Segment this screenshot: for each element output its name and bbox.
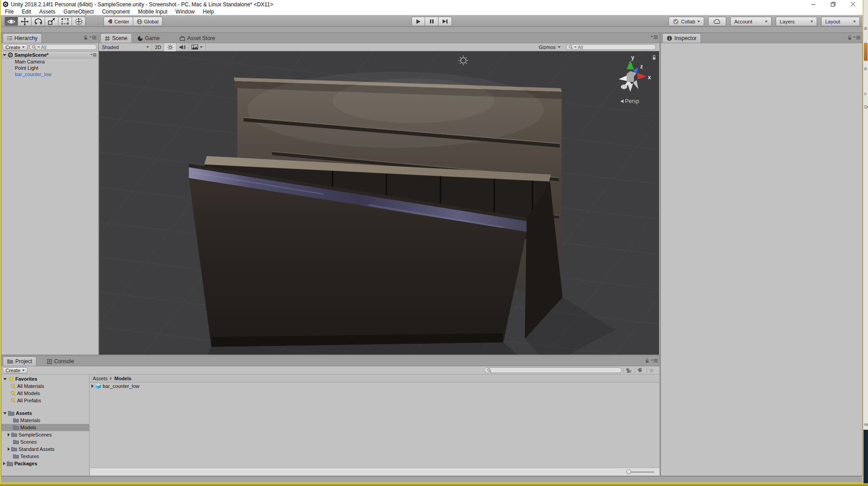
folder-samplescenes[interactable]: SampleScenes [1, 431, 89, 438]
rotation-lock-icon[interactable] [652, 55, 656, 60]
lighting-toggle-button[interactable] [164, 43, 176, 51]
hierarchy-create-button[interactable]: Create [3, 44, 27, 50]
minimize-button[interactable] [803, 0, 823, 9]
filter-star-button[interactable] [646, 368, 656, 373]
filter-type-button[interactable] [623, 368, 633, 373]
menu-component[interactable]: Component [98, 9, 134, 15]
disclosure-triangle-icon[interactable] [3, 462, 5, 465]
disclosure-triangle-icon[interactable] [3, 54, 6, 56]
packages-root[interactable]: Packages [1, 460, 89, 467]
view-tool-button[interactable] [5, 17, 18, 26]
effects-toggle-button[interactable] [189, 43, 206, 51]
rotate-tool-button[interactable] [32, 17, 45, 26]
hierarchy-item-main-camera[interactable]: Main Camera [1, 58, 98, 65]
2d-label: 2D [155, 45, 161, 50]
lock-icon[interactable] [645, 358, 649, 363]
point-light-gizmo[interactable] [458, 55, 468, 65]
panel-menu-icon[interactable] [651, 35, 658, 39]
2d-toggle-button[interactable]: 2D [152, 43, 164, 51]
hierarchy-search[interactable] [29, 44, 97, 50]
shading-mode-dropdown[interactable]: Shaded [99, 43, 152, 51]
scene-header-row[interactable]: SampleScene* [1, 52, 98, 58]
menu-window[interactable]: Window [172, 9, 199, 15]
collab-button[interactable]: Collab [669, 17, 704, 26]
menu-file[interactable]: File [1, 9, 18, 15]
slider-knob[interactable] [626, 469, 631, 474]
pivot-toggle-button[interactable]: Center [104, 17, 133, 26]
hierarchy-item-bar-counter-low[interactable]: bar_counter_low [1, 71, 98, 77]
close-button[interactable] [843, 0, 863, 9]
project-search-input[interactable] [493, 368, 619, 373]
favorites-all-prefabs[interactable]: All Prefabs [1, 397, 89, 404]
tab-hierarchy[interactable]: Hierarchy [3, 33, 42, 43]
tab-project[interactable]: Project [3, 356, 36, 366]
favorites-all-models[interactable]: All Models [1, 390, 89, 397]
restore-button[interactable] [823, 0, 843, 9]
favorites-header[interactable]: Favorites [1, 375, 89, 382]
folder-materials[interactable]: Materials [1, 417, 89, 424]
assets-root[interactable]: Assets [1, 410, 89, 417]
scene-search-input[interactable] [578, 45, 653, 50]
space-toggle-button[interactable]: Global [133, 17, 163, 26]
transform-tool-button[interactable] [72, 17, 86, 26]
disclosure-triangle-icon[interactable] [91, 384, 94, 388]
hierarchy-search-input[interactable] [41, 45, 94, 50]
breadcrumb-models[interactable]: Models [114, 376, 131, 381]
axis-gizmo[interactable]: y z x [613, 54, 652, 97]
menu-gameobject[interactable]: GameObject [59, 9, 98, 15]
lock-icon[interactable] [84, 35, 88, 40]
model-cube-icon [95, 383, 101, 389]
move-tool-button[interactable] [18, 17, 32, 26]
disclosure-triangle-icon[interactable] [8, 447, 10, 451]
folder-scenes[interactable]: Scenes [1, 438, 89, 446]
menu-help[interactable]: Help [199, 9, 218, 15]
panel-menu-icon[interactable] [651, 359, 658, 363]
breadcrumb-assets[interactable]: Assets [93, 376, 108, 381]
hierarchy-item-point-light[interactable]: Point Light [1, 65, 98, 71]
axis-x-label[interactable]: x [648, 74, 651, 81]
rect-tool-button[interactable] [59, 17, 72, 26]
scale-tool-button[interactable] [45, 17, 59, 26]
scene-search[interactable] [566, 44, 656, 50]
disclosure-triangle-icon[interactable] [8, 433, 10, 436]
cloud-button[interactable] [708, 17, 726, 26]
gizmos-dropdown[interactable]: Gizmos [537, 45, 562, 50]
caret-down-icon [574, 46, 577, 48]
disclosure-triangle-icon[interactable] [3, 378, 7, 380]
axis-z-label[interactable]: z [640, 63, 643, 70]
asset-item-bar-counter-low[interactable]: bar_counter_low [90, 382, 660, 389]
menu-mobile-input[interactable]: Mobile Input [134, 9, 171, 15]
layout-dropdown[interactable]: Layout [821, 17, 860, 26]
project-search[interactable] [484, 367, 622, 373]
filter-label-button[interactable] [635, 368, 645, 373]
step-button[interactable] [439, 17, 452, 26]
menu-assets[interactable]: Assets [35, 9, 59, 15]
audio-toggle-button[interactable] [176, 43, 189, 51]
play-button[interactable] [411, 17, 425, 26]
folder-textures[interactable]: Textures [1, 453, 89, 460]
menu-edit[interactable]: Edit [18, 9, 35, 15]
icon-size-slider[interactable] [626, 471, 654, 473]
panel-menu-icon[interactable] [90, 36, 96, 40]
search-yellow-icon [10, 398, 16, 403]
project-create-button[interactable]: Create [3, 367, 27, 374]
panel-menu-icon[interactable] [90, 53, 96, 57]
tab-inspector[interactable]: Inspector [662, 33, 701, 43]
folder-models[interactable]: Models [1, 424, 89, 431]
account-dropdown[interactable]: Account [730, 17, 772, 26]
tab-game[interactable]: Game [133, 33, 164, 43]
tab-asset-store[interactable]: Asset Store [175, 33, 220, 43]
lock-icon[interactable] [848, 35, 852, 40]
scene-viewport[interactable]: y z x Persp [99, 51, 659, 355]
panel-menu-icon[interactable] [854, 36, 860, 40]
disclosure-triangle-icon[interactable] [3, 412, 7, 414]
folder-standard-assets[interactable]: Standard Assets [1, 446, 89, 453]
projection-toggle[interactable]: Persp [610, 98, 649, 104]
tab-console[interactable]: Console [43, 356, 78, 366]
axis-y-label[interactable]: y [631, 54, 634, 61]
tab-scene[interactable]: Scene [100, 33, 132, 43]
bar-counter-model[interactable] [189, 72, 616, 355]
pause-button[interactable] [425, 17, 439, 26]
layers-dropdown[interactable]: Layers [776, 17, 817, 26]
favorites-all-materials[interactable]: All Materials [1, 382, 89, 390]
